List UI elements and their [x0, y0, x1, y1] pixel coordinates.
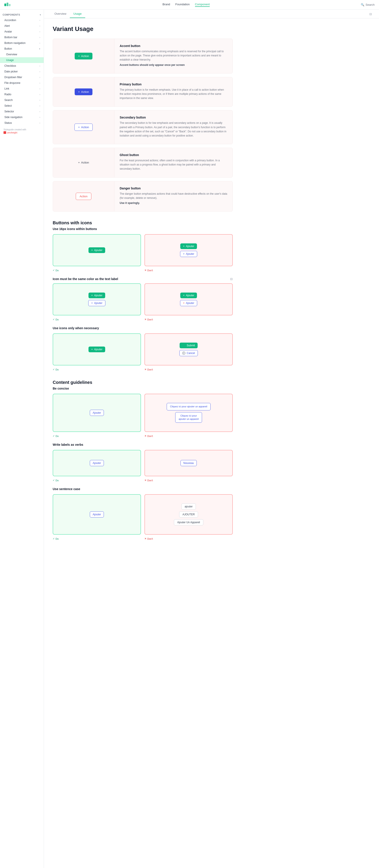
- plus-icon: +: [183, 294, 184, 297]
- do-ajouter-verbs[interactable]: Ajouter: [90, 460, 104, 466]
- sidebar-item-bottom-bar[interactable]: Bottom bar ›: [0, 34, 44, 40]
- content-area: Overview Usage ⊟ Variant Usage + Action …: [44, 10, 379, 868]
- do-label-sentence-case: ✓ Do: [53, 537, 59, 540]
- sidebar-item-radio[interactable]: Radio ›: [0, 92, 44, 97]
- filter-icon-2[interactable]: ⊟: [230, 277, 233, 281]
- do-ajouter-blue[interactable]: + Ajouter: [88, 300, 105, 306]
- subsection-verbs-title: Write labels as verbs: [53, 443, 233, 446]
- ghost-button-demo[interactable]: + Action: [75, 159, 93, 166]
- variant-desc-ghost: For the least pronounced actions; often …: [120, 158, 227, 171]
- zeroheight-icon: [3, 131, 6, 134]
- nav-brand[interactable]: Brand: [163, 3, 170, 7]
- dont-box-sentence-case: ajouter AJOUTER Ajouter Un Appareil: [145, 494, 233, 535]
- variant-preview-accent: + Action: [53, 39, 114, 73]
- variant-card-ghost: + Action Ghost button For the least pron…: [53, 148, 233, 178]
- dont-lowercase-btn[interactable]: ajouter: [181, 503, 196, 509]
- dont-box-icons-necessary: ✓ Submit ✕ Cancel: [145, 333, 233, 365]
- variant-title-secondary: Secondary button: [120, 116, 227, 119]
- dont-label-16px: ✕ Don't: [145, 269, 153, 272]
- checkmark-icon: ✓: [53, 479, 55, 482]
- dont-label-col-verbs: ✕ Don't: [145, 478, 233, 482]
- do-ajouter-concise[interactable]: Ajouter: [90, 410, 104, 416]
- variant-card-danger: Action Danger button The danger button e…: [53, 181, 233, 212]
- tab-usage[interactable]: Usage: [70, 10, 85, 18]
- sidebar-item-button-overview[interactable]: Overview: [0, 52, 44, 57]
- x-icon: ✕: [145, 368, 146, 371]
- sidebar-item-link[interactable]: Link ›: [0, 86, 44, 92]
- dont-uppercase-btn[interactable]: AJOUTER: [179, 512, 198, 518]
- nav-foundation[interactable]: Foundation: [175, 3, 190, 7]
- sidebar-item-button[interactable]: Button ▾: [0, 46, 44, 52]
- chevron-right-icon: ›: [39, 82, 40, 84]
- dont-long-btn-1[interactable]: Cliquez ici pour ajouter un appareil: [167, 403, 210, 410]
- sidebar-item-alert[interactable]: Alert ›: [0, 23, 44, 29]
- sidebar-item-search[interactable]: Search ›: [0, 97, 44, 103]
- variant-title-ghost: Ghost button: [120, 153, 227, 157]
- dont-nouveau-btn[interactable]: Nouveau: [180, 460, 197, 466]
- chevron-right-icon: ›: [39, 88, 40, 90]
- sidebar-item-checkbox[interactable]: Checkbox ›: [0, 63, 44, 69]
- sidebar-item-status[interactable]: Status ›: [0, 120, 44, 126]
- dont-submit-btn[interactable]: ✓ Submit: [180, 343, 197, 348]
- secondary-button-demo[interactable]: + Action: [75, 124, 93, 131]
- nav-component[interactable]: Component: [195, 3, 210, 7]
- do-label-col-concise: ✓ Do: [53, 434, 141, 438]
- filter-icon[interactable]: ⊟: [369, 12, 372, 16]
- plus-icon: +: [183, 252, 184, 255]
- primary-button-demo[interactable]: + Action: [75, 88, 93, 95]
- search-label[interactable]: Search: [366, 3, 375, 6]
- sidebar-item-accordion[interactable]: Accordion ›: [0, 17, 44, 23]
- do-ajouter-btn[interactable]: + Ajouter: [88, 247, 105, 253]
- dont-ajouter-green[interactable]: + Ajouter: [180, 292, 197, 298]
- do-label-col-icon-color: ✓ Do: [53, 317, 141, 321]
- sidebar-item-file-dropzone[interactable]: File dropzone ›: [0, 80, 44, 86]
- dont-ajouter-blue-wrong[interactable]: + Ajouter: [180, 300, 197, 306]
- label-row-16px: ✓ Do ✕ Don't: [53, 268, 233, 272]
- chevron-right-icon: ›: [39, 116, 40, 119]
- section-content-guidelines-title: Content guidelines: [53, 380, 233, 385]
- dont-cancel-btn[interactable]: ✕ Cancel: [179, 350, 198, 356]
- do-box-icons-necessary: + Ajouter: [53, 333, 141, 365]
- chevron-right-icon: ›: [39, 105, 40, 107]
- submit-icon: ✓: [182, 344, 185, 347]
- chevron-right-icon: ›: [39, 111, 40, 113]
- do-label-concise: ✓ Do: [53, 435, 59, 437]
- sidebar-item-date-picker[interactable]: Date picker ›: [0, 69, 44, 74]
- sidebar-item-selector[interactable]: Selector ›: [0, 108, 44, 114]
- accent-button-demo[interactable]: + Action: [75, 53, 93, 60]
- section-collapse-icon[interactable]: ▾: [40, 13, 41, 16]
- x-icon: ✕: [145, 269, 146, 272]
- dont-ajouter-btn-1[interactable]: + Ajouter: [180, 243, 197, 249]
- variant-preview-secondary: + Action: [53, 111, 114, 144]
- search-icon: 🔍: [361, 3, 364, 6]
- dont-label-icon-color: ✕ Don't: [145, 318, 153, 321]
- variant-info-primary: Primary button The primary button is for…: [114, 77, 233, 107]
- do-label-col-16px: ✓ Do: [53, 268, 141, 272]
- chevron-down-icon: ▾: [39, 48, 40, 50]
- dont-long-btn-2[interactable]: Cliquez ici pour ajouter un appareil: [175, 412, 202, 423]
- variant-note-accent: Accent buttons should only appear once p…: [120, 63, 227, 67]
- plus-icon: +: [78, 55, 80, 58]
- sidebar-item-bottom-nav[interactable]: Bottom navigation ›: [0, 40, 44, 46]
- tab-overview[interactable]: Overview: [51, 10, 70, 18]
- dont-label-icons-necessary: ✕ Don't: [145, 368, 153, 371]
- sidebar-item-button-usage[interactable]: Usage: [0, 57, 44, 63]
- do-ajouter-green[interactable]: + Ajouter: [88, 292, 105, 298]
- danger-button-demo[interactable]: Action: [76, 193, 91, 200]
- do-box-concise: Ajouter: [53, 394, 141, 432]
- sidebar-footer-brand: zeroheight: [3, 131, 40, 134]
- sidebar-item-select[interactable]: Select ›: [0, 103, 44, 108]
- do-ajouter-necessary[interactable]: + Ajouter: [88, 346, 105, 352]
- plus-icon: +: [78, 126, 80, 129]
- dont-titlecase-btn[interactable]: Ajouter Un Appareil: [174, 519, 203, 525]
- do-dont-row-icon-color: + Ajouter + Ajouter + Ajouter: [53, 283, 233, 315]
- sidebar-item-dropdown-filter[interactable]: Dropdown filter ›: [0, 74, 44, 80]
- page-title: Variant Usage: [53, 26, 233, 32]
- dont-label-sentence-case: ✕ Don't: [145, 537, 153, 540]
- sidebar-item-avatar[interactable]: Avatar ›: [0, 29, 44, 34]
- dont-ajouter-btn-2[interactable]: + Ajouter: [180, 251, 197, 257]
- variant-info-secondary: Secondary button The secondary button is…: [114, 111, 233, 144]
- do-ajouter-sentence[interactable]: Ajouter: [90, 512, 104, 518]
- sidebar-item-side-nav[interactable]: Side navigation ›: [0, 114, 44, 120]
- plus-icon: +: [91, 302, 93, 305]
